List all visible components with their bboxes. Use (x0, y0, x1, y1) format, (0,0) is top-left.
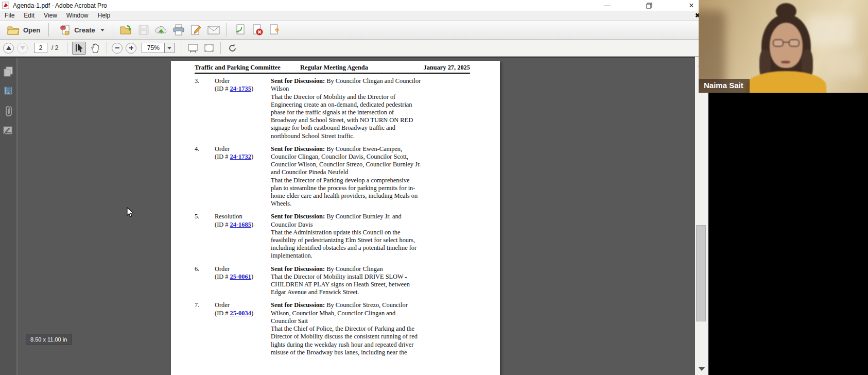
item-type-cell: Order(ID # 24-1735) (215, 77, 271, 140)
zoom-level-input[interactable]: 75% (142, 43, 164, 53)
item-id-link[interactable]: 24-1685 (230, 221, 251, 228)
bookmarks-button[interactable] (3, 85, 14, 97)
down-arrow-icon (20, 46, 25, 50)
item-description: Sent for Discussion: By Councilor Burnle… (271, 213, 422, 260)
select-cursor-icon (75, 43, 83, 53)
menu-item[interactable]: Edit (19, 11, 39, 20)
fit-page-button[interactable] (202, 42, 216, 55)
rotate-view-button[interactable] (225, 42, 239, 55)
cloud-upload-button[interactable] (154, 24, 168, 36)
toolbar-separator (181, 42, 181, 54)
hand-tool-button[interactable] (88, 42, 102, 55)
minus-icon (114, 45, 120, 51)
agenda-item: 4.Order(ID # 24-1732)Sent for Discussion… (195, 145, 470, 208)
item-number: 6. (195, 265, 215, 297)
acrobat-window: Agenda-1.pdf - Adobe Acrobat Pro — × Fil… (0, 0, 708, 375)
item-description: Sent for Discussion: By Councilor Strezo… (271, 301, 422, 356)
close-button[interactable]: × (684, 1, 699, 11)
signatures-button[interactable] (3, 124, 14, 137)
navigation-pane-rail (0, 58, 18, 375)
item-type-cell: Order(ID # 25-0034) (215, 301, 271, 356)
item-type-cell: Order(ID # 24-1732) (215, 145, 271, 208)
toolbar-separator (113, 23, 113, 37)
vertical-scrollbar[interactable] (695, 57, 708, 375)
meeting-date: January 27, 2025 (423, 64, 470, 72)
restore-button[interactable] (641, 1, 657, 11)
item-id-link[interactable]: 25-0034 (230, 310, 251, 317)
open-button[interactable]: Open (3, 23, 44, 37)
print-button[interactable] (172, 24, 185, 36)
minimize-button[interactable]: — (599, 1, 615, 11)
page-number-input[interactable]: 2 (34, 43, 47, 53)
fit-page-icon (204, 43, 214, 53)
open-folder-icon (7, 25, 20, 35)
webcam-video-tile[interactable]: Naima Sait (699, 0, 868, 93)
agenda-item: 7.Order(ID # 25-0034)Sent for Discussion… (195, 301, 470, 356)
menu-item[interactable]: Help (93, 11, 115, 20)
agenda-title: Regular Meeting Agenda (300, 64, 423, 72)
sign-button[interactable] (189, 24, 203, 36)
toolbar-separator (107, 42, 107, 54)
next-page-button[interactable] (17, 43, 28, 54)
delete-pages-button[interactable] (251, 24, 264, 36)
save-button[interactable] (137, 24, 150, 36)
up-arrow-icon (6, 46, 11, 50)
page-count-label: / 2 (51, 44, 58, 52)
zoom-in-button[interactable] (126, 43, 136, 54)
create-label: Create (74, 26, 95, 34)
fit-width-icon (188, 44, 198, 53)
item-id-link[interactable]: 24-1735 (230, 85, 251, 92)
pdf-page[interactable]: Traffic and Parking Committee Regular Me… (171, 61, 500, 375)
item-type-cell: Resolution(ID # 24-1685) (215, 213, 271, 260)
page-thumbnails-button[interactable] (3, 65, 14, 78)
previous-page-button[interactable] (3, 43, 14, 54)
hand-icon (91, 43, 100, 53)
open-recent-button[interactable] (119, 24, 133, 36)
zoom-out-button[interactable] (112, 43, 123, 54)
menu-item[interactable]: View (39, 11, 62, 20)
toolbar-separator (227, 23, 227, 37)
zoom-dropdown-button[interactable] (164, 43, 175, 53)
toolbar-separator (48, 23, 49, 37)
item-number: 3. (195, 77, 215, 140)
agenda-items: 3.Order(ID # 24-1735)Sent for Discussion… (195, 77, 470, 356)
committee-name: Traffic and Parking Committee (195, 64, 300, 72)
document-workspace: Traffic and Parking Committee Regular Me… (0, 57, 708, 375)
rotate-icon (228, 43, 237, 53)
item-number: 4. (195, 145, 215, 208)
open-label: Open (23, 26, 40, 34)
email-button[interactable] (207, 24, 220, 36)
fit-width-button[interactable] (186, 42, 200, 55)
attachments-button[interactable] (3, 105, 14, 117)
create-button[interactable]: Create (56, 22, 108, 38)
navigation-toolbar: 2 / 2 75% (0, 40, 708, 57)
pdf-app-icon (2, 2, 10, 9)
scroll-down-icon[interactable] (698, 367, 705, 371)
create-icon (60, 24, 71, 36)
item-id-link[interactable]: 24-1732 (230, 153, 251, 160)
menu-item[interactable]: Window (62, 11, 93, 20)
main-toolbar: Open Create (0, 21, 708, 40)
item-description: Sent for Discussion: By Councilor Clinga… (271, 265, 422, 297)
title-bar[interactable]: Agenda-1.pdf - Adobe Acrobat Pro — × (0, 0, 708, 11)
item-number: 5. (195, 213, 215, 260)
item-id-link[interactable]: 25-0061 (230, 273, 251, 280)
create-caret-icon (100, 29, 105, 31)
menu-bar: FileEditViewWindowHelp ✖ (0, 11, 708, 21)
menu-items: FileEditViewWindowHelp (0, 11, 115, 20)
item-description: Sent for Discussion: By Councilor Ewen-C… (271, 145, 422, 208)
menu-item[interactable]: File (0, 11, 19, 20)
plus-icon (128, 45, 134, 51)
scrollbar-thumb[interactable] (696, 225, 706, 321)
window-title: Agenda-1.pdf - Adobe Acrobat Pro (13, 2, 107, 9)
select-tool-button[interactable] (72, 42, 86, 55)
agenda-item: 5.Resolution(ID # 24-1685)Sent for Discu… (195, 213, 470, 260)
zoom-caret-icon (167, 47, 171, 49)
restore-icon (646, 3, 652, 9)
agenda-item: 3.Order(ID # 24-1735)Sent for Discussion… (195, 77, 470, 140)
item-number: 7. (195, 301, 215, 356)
item-description: Sent for Discussion: By Councilor Clinga… (271, 77, 422, 140)
item-type-cell: Order(ID # 25-0061) (215, 265, 271, 297)
extract-pages-button[interactable] (268, 24, 282, 36)
export-pdf-button[interactable] (233, 24, 247, 36)
